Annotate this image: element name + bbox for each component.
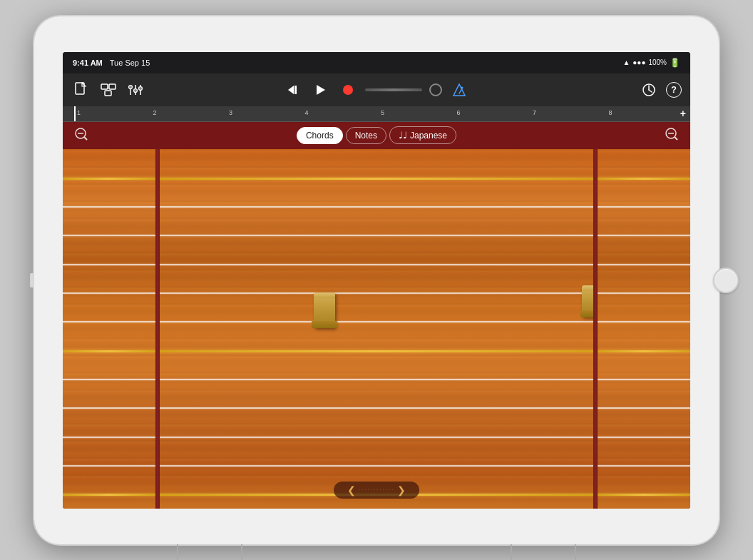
- svg-point-7: [129, 85, 133, 88]
- bridge-foot-right: [580, 310, 593, 317]
- zoom-out-right-button[interactable]: [665, 127, 679, 144]
- svg-point-13: [343, 85, 353, 95]
- left-strings: [63, 149, 155, 509]
- svg-line-22: [84, 137, 87, 140]
- record-button[interactable]: [338, 80, 358, 100]
- new-document-button[interactable]: [71, 80, 91, 100]
- battery-indicator: 100%: [648, 58, 667, 66]
- timeline-ruler: 1 2 3 4 5 6 7 8 +: [63, 106, 690, 122]
- volume-knob[interactable]: [429, 83, 442, 96]
- scroll-right-arrow: ❯: [397, 484, 406, 496]
- status-bar-right: ▲ ●●● 100% 🔋: [623, 58, 680, 68]
- mixer-button[interactable]: [125, 80, 145, 100]
- scale-note-icon: ♩♩: [399, 130, 407, 141]
- scroll-dots: ············: [359, 487, 395, 493]
- signal-icon: ●●●: [632, 58, 645, 66]
- battery-icon: 🔋: [670, 58, 680, 68]
- koto-body[interactable]: ❮ ············ ❯: [63, 149, 690, 509]
- bridge-left[interactable]: [314, 292, 335, 328]
- svg-rect-3: [105, 91, 111, 96]
- status-bar-left: 9:41 AM Tue Sep 15: [73, 58, 150, 67]
- bridge-foot-left: [312, 321, 337, 328]
- ipad-device: 9:41 AM Tue Sep 15 ▲ ●●● 100% 🔋: [34, 16, 719, 544]
- add-track-button[interactable]: +: [680, 108, 686, 119]
- status-bar: 9:41 AM Tue Sep 15 ▲ ●●● 100% 🔋: [63, 52, 690, 73]
- stand-leg: [511, 544, 512, 561]
- toolbar-center: [284, 80, 469, 100]
- controls-bar: Chords Notes ♩♩ Japanese: [63, 122, 690, 149]
- scale-label: Japanese: [410, 131, 447, 141]
- timeline-marker-3: 3: [229, 109, 305, 118]
- svg-point-9: [139, 86, 143, 90]
- svg-rect-0: [76, 83, 84, 94]
- status-date: Tue Sep 15: [110, 58, 150, 67]
- timeline-marker-2: 2: [153, 109, 230, 118]
- volume-slider[interactable]: [365, 88, 422, 91]
- scroll-handle[interactable]: ❮ ············ ❯: [334, 482, 419, 499]
- bridge-right[interactable]: [582, 285, 593, 317]
- koto-left-panel[interactable]: [63, 149, 155, 509]
- timeline-marker-5: 5: [381, 109, 457, 118]
- bridge-top-right: [582, 285, 593, 291]
- play-button[interactable]: [311, 80, 331, 100]
- svg-point-8: [134, 88, 138, 92]
- koto-center-panel[interactable]: ❮ ············ ❯: [160, 149, 593, 509]
- toolbar-right: ?: [639, 80, 682, 100]
- svg-marker-10: [288, 86, 294, 94]
- playhead[interactable]: [74, 106, 76, 121]
- notes-tab[interactable]: Notes: [346, 127, 386, 144]
- koto-right-panel[interactable]: [598, 149, 690, 509]
- svg-point-16: [461, 86, 463, 88]
- svg-marker-12: [317, 85, 325, 95]
- stand-leg: [177, 544, 178, 561]
- toolbar: ?: [63, 73, 690, 106]
- timeline-marker-6: 6: [457, 109, 533, 118]
- center-strings: [160, 149, 593, 509]
- scale-selector[interactable]: ♩♩ Japanese: [389, 126, 456, 144]
- wifi-icon: ▲: [623, 58, 630, 66]
- timeline-marker-7: 7: [533, 109, 609, 118]
- tempo-button[interactable]: [639, 80, 659, 100]
- scroll-left-arrow: ❮: [347, 484, 356, 496]
- rewind-button[interactable]: [284, 80, 304, 100]
- svg-line-25: [675, 137, 677, 140]
- stand-leg: [241, 544, 242, 561]
- timeline-marker-1: 1: [77, 109, 153, 118]
- svg-line-15: [459, 88, 462, 93]
- chord-notes-tabs: Chords Notes ♩♩ Japanese: [297, 126, 456, 144]
- timeline-marker-8: 8: [609, 109, 685, 118]
- zoom-out-left-button[interactable]: [74, 127, 88, 144]
- metronome-button[interactable]: [449, 80, 469, 100]
- bridge-top-left: [314, 292, 335, 298]
- chords-tab[interactable]: Chords: [297, 127, 343, 144]
- side-button[interactable]: [30, 273, 34, 287]
- stand-leg: [575, 544, 576, 561]
- status-time: 9:41 AM: [73, 58, 103, 67]
- toolbar-left: [71, 80, 145, 100]
- svg-rect-1: [101, 84, 108, 89]
- right-strings: [598, 149, 690, 509]
- tracks-button[interactable]: [98, 80, 118, 100]
- home-button[interactable]: [713, 268, 739, 293]
- svg-rect-2: [109, 84, 116, 89]
- instrument-area: Chords Notes ♩♩ Japanese: [63, 122, 690, 509]
- help-button[interactable]: ?: [666, 82, 682, 98]
- timeline-marker-4: 4: [305, 109, 381, 118]
- svg-rect-11: [294, 86, 297, 94]
- svg-line-19: [649, 90, 652, 92]
- ipad-screen: 9:41 AM Tue Sep 15 ▲ ●●● 100% 🔋: [63, 52, 690, 509]
